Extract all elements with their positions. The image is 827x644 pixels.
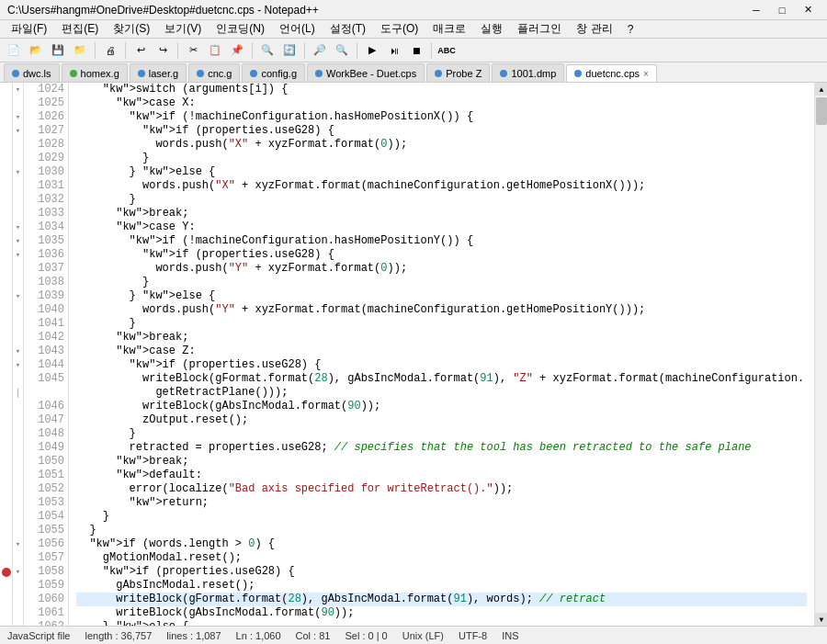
fold-toggle[interactable]: ▾ <box>16 346 20 356</box>
code-line[interactable]: } <box>76 193 807 207</box>
tab-dwcls[interactable]: dwc.ls <box>4 63 60 82</box>
tab-workbeeduetcps[interactable]: WorkBee - Duet.cps <box>307 63 425 82</box>
code-line[interactable]: writeBlock(gAbsIncModal.format(90)); <box>76 606 807 620</box>
menu-item-e[interactable]: 편집(E) <box>54 19 106 39</box>
menu-item-o[interactable]: 도구(O) <box>373 19 425 39</box>
spell-button[interactable]: ABC <box>436 40 457 61</box>
code-line[interactable]: gAbsIncModal.reset(); <box>76 579 807 593</box>
code-line[interactable]: words.push("Y" + xyzFormat.format(machin… <box>76 303 807 317</box>
find-button[interactable]: 🔍 <box>257 40 278 61</box>
fold-toggle[interactable]: ▾ <box>16 126 20 136</box>
code-line[interactable]: "kw">if (words.length > 0) { <box>76 537 807 551</box>
tab-duetcnccps[interactable]: duetcnc.cps× <box>566 64 657 83</box>
code-line[interactable]: "kw">if (properties.useG28) { <box>76 358 807 372</box>
save-button[interactable]: 💾 <box>48 40 68 61</box>
editor[interactable]: ▾▾▾▾▾▾▾▾▾▾│▾▾▾ 1024102510261027102810291… <box>0 83 827 626</box>
scroll-track[interactable] <box>815 96 827 613</box>
zoom-in-button[interactable]: 🔎 <box>310 40 330 61</box>
minimize-button[interactable]: ─ <box>744 2 768 18</box>
code-line[interactable]: "kw">if (!machineConfiguration.hasHomePo… <box>76 110 807 124</box>
code-line[interactable]: "kw">if (properties.useG28) { <box>76 565 807 579</box>
code-line[interactable]: "kw">break; <box>76 331 807 345</box>
menu-item-l[interactable]: 언어(L) <box>272 19 323 39</box>
cut-button[interactable]: ✂ <box>183 40 203 61</box>
code-line[interactable]: } "kw">else { <box>76 165 807 179</box>
fold-toggle[interactable]: ▾ <box>16 622 20 626</box>
tab-cncg[interactable]: cnc.g <box>188 63 240 82</box>
fold-toggle[interactable]: ▾ <box>16 112 20 122</box>
code-line[interactable]: "kw">case X: <box>76 96 807 110</box>
tab-close-btn[interactable]: × <box>643 69 649 79</box>
menu-item-f[interactable]: 파일(F) <box>4 19 54 39</box>
zoom-out-button[interactable]: 🔍 <box>332 40 352 61</box>
replace-button[interactable]: 🔄 <box>279 40 300 61</box>
fold-toggle[interactable]: ▾ <box>16 236 20 246</box>
fold-toggle[interactable]: ▾ <box>16 167 20 177</box>
code-line[interactable]: } <box>76 276 807 289</box>
code-line[interactable]: } <box>76 510 807 524</box>
redo-button[interactable]: ↪ <box>153 40 173 61</box>
open-button[interactable]: 📂 <box>26 40 46 61</box>
code-line[interactable]: } <box>76 427 807 441</box>
fold-toggle[interactable]: ▾ <box>16 250 20 260</box>
undo-button[interactable]: ↩ <box>130 40 151 61</box>
fold-toggle[interactable]: ▾ <box>16 85 20 95</box>
menu-item-n[interactable]: 인코딩(N) <box>209 19 272 39</box>
fold-toggle[interactable]: ▾ <box>16 539 20 549</box>
code-line[interactable]: "kw">switch (arguments[i]) { <box>76 83 807 96</box>
new-button[interactable]: 📄 <box>4 40 24 61</box>
scroll-thumb[interactable] <box>816 97 827 125</box>
code-line[interactable]: words.push("Y" + xyzFormat.format(0)); <box>76 262 807 276</box>
menu-item-[interactable]: 플러그인 <box>510 19 569 39</box>
code-area[interactable]: "kw">switch (arguments[i]) { "kw">case X… <box>69 83 814 626</box>
fold-toggle[interactable]: ▾ <box>16 567 20 577</box>
menu-item-t[interactable]: 설정(T) <box>323 19 373 39</box>
code-line[interactable]: words.push("X" + xyzFormat.format(0)); <box>76 138 807 152</box>
save-all-button[interactable]: 📁 <box>70 40 90 61</box>
fold-toggle[interactable]: ▾ <box>16 291 20 301</box>
code-line[interactable]: "kw">if (properties.useG28) { <box>76 248 807 262</box>
menu-item-[interactable]: 실행 <box>473 19 510 39</box>
copy-button[interactable]: 📋 <box>205 40 225 61</box>
code-line[interactable]: "kw">if (properties.useG28) { <box>76 124 807 138</box>
scrollbar[interactable]: ▲ ▼ <box>814 83 827 626</box>
menu-item-[interactable]: 창 관리 <box>569 19 619 39</box>
code-line[interactable]: "kw">case Y: <box>76 220 807 234</box>
code-line[interactable]: retracted = properties.useG28; // specif… <box>76 441 807 455</box>
code-line[interactable]: "kw">default: <box>76 469 807 482</box>
scroll-down[interactable]: ▼ <box>815 613 827 626</box>
code-line[interactable]: zOutput.reset(); <box>76 413 807 427</box>
code-line[interactable]: words.push("X" + xyzFormat.format(machin… <box>76 179 807 193</box>
code-line[interactable]: writeBlock(gAbsIncModal.format(90)); <box>76 400 807 413</box>
tab-configg[interactable]: config.g <box>242 63 305 82</box>
code-line[interactable]: } <box>76 317 807 331</box>
paste-button[interactable]: 📌 <box>227 40 247 61</box>
code-line[interactable]: writeBlock(gFormat.format(28), gAbsIncMo… <box>76 372 807 386</box>
macro-button[interactable]: ▶ <box>362 40 382 61</box>
fold-toggle[interactable]: ▾ <box>16 222 20 232</box>
code-line[interactable]: } "kw">else { <box>76 289 807 303</box>
tab-laserg[interactable]: laser.g <box>130 63 187 82</box>
scroll-up[interactable]: ▲ <box>815 83 827 96</box>
maximize-button[interactable]: □ <box>770 2 794 18</box>
stop-button[interactable]: ⏹ <box>406 40 426 61</box>
menu-item-s[interactable]: 찾기(S) <box>106 19 157 39</box>
code-line[interactable]: } <box>76 152 807 165</box>
code-line[interactable]: writeBlock(gFormat.format(28), gAbsIncMo… <box>76 593 807 606</box>
tab-homexg[interactable]: homex.g <box>62 63 128 82</box>
code-line[interactable]: } "kw">else { <box>76 620 807 626</box>
code-line[interactable]: getRetractPlane())); <box>76 386 807 400</box>
menu-item-[interactable]: 매크로 <box>425 19 473 39</box>
code-line[interactable]: gMotionModal.reset(); <box>76 551 807 565</box>
code-line[interactable]: "kw">break; <box>76 207 807 220</box>
tab-1001dmp[interactable]: 1001.dmp <box>492 63 564 82</box>
close-button[interactable]: ✕ <box>796 2 820 18</box>
code-line[interactable]: error(localize("Bad axis specified for w… <box>76 482 807 496</box>
fold-toggle[interactable]: ▾ <box>16 360 20 370</box>
tab-probez[interactable]: Probe Z <box>426 63 490 82</box>
print-button[interactable]: 🖨 <box>100 40 120 61</box>
menu-item-v[interactable]: 보기(V) <box>157 19 209 39</box>
code-line[interactable]: "kw">return; <box>76 496 807 510</box>
code-line[interactable]: "kw">break; <box>76 455 807 469</box>
code-line[interactable]: "kw">case Z: <box>76 345 807 358</box>
